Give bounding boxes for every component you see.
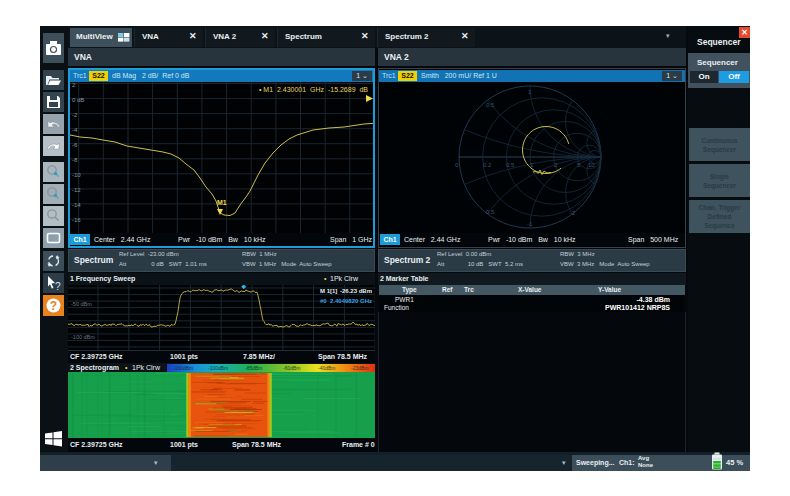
svg-text:10: 10 <box>588 162 595 168</box>
svg-text:• M1 2.430001 GHz -15.2689: • M1 2.430001 GHz -15.2689 dB <box>259 86 368 93</box>
svg-text:-12: -12 <box>72 187 81 193</box>
svg-text:0.2: 0.2 <box>483 162 492 168</box>
svg-text:-1: -1 <box>527 221 533 227</box>
svg-text:0.5: 0.5 <box>486 102 495 108</box>
svg-text:-2: -2 <box>570 210 576 216</box>
svg-text:-16: -16 <box>72 217 81 223</box>
svg-text:M1: M1 <box>217 199 227 206</box>
svg-text:-4: -4 <box>72 127 78 133</box>
svg-text:-10: -10 <box>72 172 81 178</box>
svg-text:-6: -6 <box>72 142 78 148</box>
svg-text:-100 dBm: -100 dBm <box>71 334 95 340</box>
svg-text:-8: -8 <box>72 157 78 163</box>
svg-text:-26.23 dBm: -26.23 dBm <box>340 288 372 294</box>
svg-text:0.5: 0.5 <box>506 162 515 168</box>
svg-text:-14: -14 <box>72 202 81 208</box>
svg-text:0.5: 0.5 <box>486 209 495 215</box>
svg-text:-2: -2 <box>72 112 78 118</box>
svg-text:M 1[1]: M 1[1] <box>320 288 337 294</box>
svg-text:?: ? <box>55 281 61 292</box>
svg-text:0 dB: 0 dB <box>72 97 84 103</box>
